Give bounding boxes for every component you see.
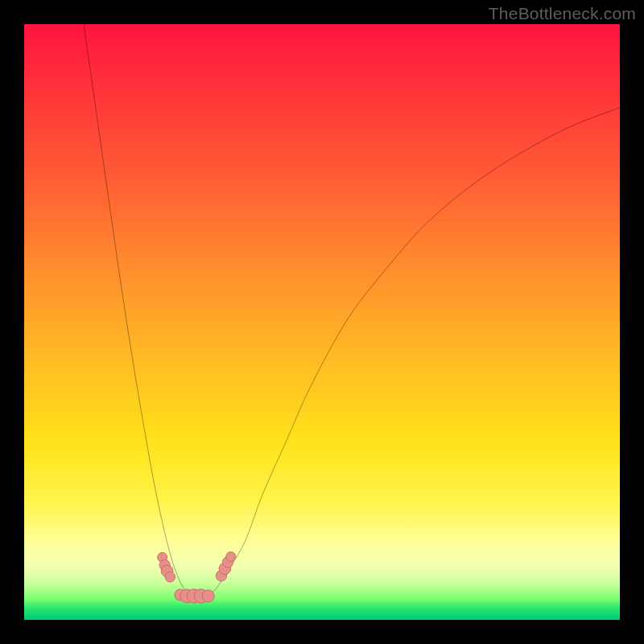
plot-area [24, 24, 620, 620]
watermark-text: TheBottleneck.com [489, 4, 636, 23]
chart-stage: TheBottleneck.com [0, 0, 644, 644]
marker-dot [226, 552, 236, 562]
bottleneck-curve [84, 24, 620, 597]
marker-dot [202, 590, 214, 602]
marker-dot [165, 572, 175, 582]
chart-svg [24, 24, 620, 620]
marker-group [158, 552, 236, 603]
